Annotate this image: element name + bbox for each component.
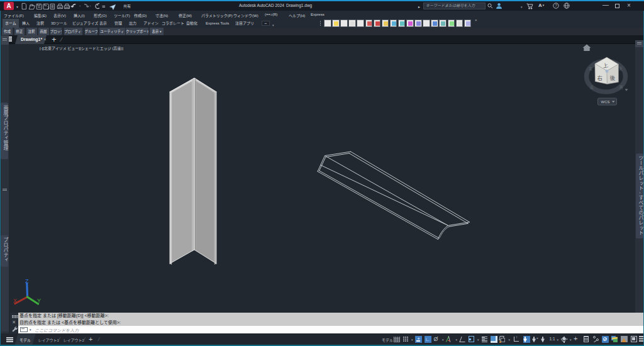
svg-text:南: 南 [590,85,594,89]
svg-text:北: 北 [589,66,592,71]
svg-text:?: ? [555,3,557,8]
svg-text:Y: Y [37,298,41,304]
svg-text:右: 右 [597,75,603,81]
svg-text:後: 後 [610,75,616,81]
svg-text:WCS: WCS [601,100,610,104]
svg-text:西: 西 [619,86,623,90]
svg-text:X: X [13,298,17,304]
svg-text:Z: Z [25,278,29,284]
svg-text:東: 東 [619,66,623,71]
